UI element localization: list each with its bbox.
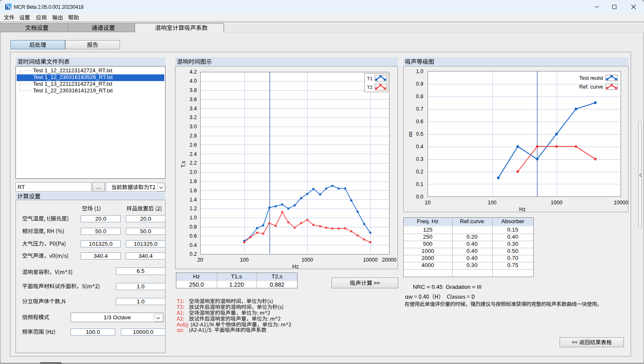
svg-text:1.0: 1.0 xyxy=(416,69,423,74)
svg-text:1000: 1000 xyxy=(551,200,563,206)
svg-text:Ref. curve: Ref. curve xyxy=(579,84,603,90)
svg-text:100: 100 xyxy=(488,200,496,206)
svg-text:0.2: 0.2 xyxy=(416,169,423,175)
svg-text:0.9: 0.9 xyxy=(416,81,423,87)
svg-text:0.8: 0.8 xyxy=(416,94,423,99)
svg-text:0.7: 0.7 xyxy=(416,106,423,112)
svg-text:10: 10 xyxy=(425,200,430,206)
svg-text:0.0: 0.0 xyxy=(416,194,423,200)
svg-text:0.1: 0.1 xyxy=(416,181,423,187)
svg-text:0.4: 0.4 xyxy=(416,144,423,150)
svg-text:Test reulst: Test reulst xyxy=(579,75,603,81)
svg-text:0.3: 0.3 xyxy=(416,156,423,162)
svg-text:0.5: 0.5 xyxy=(416,131,423,137)
svg-text:10000: 10000 xyxy=(614,200,629,206)
svg-text:Hz: Hz xyxy=(519,206,525,212)
svg-text:αs: αs xyxy=(407,131,413,137)
svg-text:0.6: 0.6 xyxy=(416,119,423,125)
